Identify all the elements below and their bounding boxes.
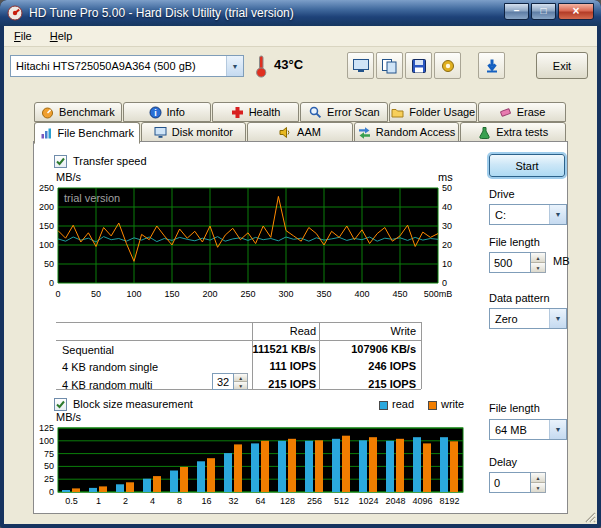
table-header-read: Read (254, 325, 316, 337)
erase-icon (499, 106, 512, 119)
chevron-down-icon: ▼ (549, 420, 566, 439)
tab-disk-monitor[interactable]: Disk monitor (141, 122, 247, 142)
drive-dropdown[interactable]: C: ▼ (489, 204, 567, 225)
spinner-up-icon[interactable]: ▲ (531, 253, 545, 263)
svg-text:2: 2 (123, 496, 128, 506)
svg-text:250: 250 (240, 289, 255, 299)
error-scan-icon (309, 106, 322, 119)
exit-button[interactable]: Exit (536, 52, 588, 79)
spinner-down-icon[interactable]: ▼ (531, 483, 545, 492)
svg-text:30: 30 (442, 221, 452, 231)
file-benchmark-panel: Transfer speed Start MB/s ms 05010015020… (33, 141, 568, 514)
folder-usage-icon (391, 106, 404, 119)
tab-folder-usage[interactable]: Folder Usage (389, 102, 477, 122)
file-length2-label: File length (489, 402, 540, 414)
tab-random-access[interactable]: Random Access (354, 122, 460, 142)
block-size-checkbox[interactable] (54, 398, 67, 411)
thread-count-value: 32 (212, 373, 234, 390)
tab-info[interactable]: i Info (123, 102, 211, 122)
svg-text:450: 450 (392, 289, 407, 299)
drive-dropdown-value: C: (490, 209, 549, 221)
tab-label: Extra tests (496, 126, 548, 138)
delay-value: 0 (489, 472, 531, 493)
file-length-value: 500 (489, 252, 531, 273)
tab-extra-tests[interactable]: Extra tests (460, 122, 566, 142)
window-body: File Help Hitachi HTS725050A9A364 (500 g… (4, 26, 597, 524)
file-length2-value: 64 MB (490, 424, 549, 436)
save-button[interactable] (405, 52, 432, 79)
menu-help[interactable]: Help (50, 30, 73, 42)
checkmark-icon (55, 399, 66, 410)
delay-label: Delay (489, 456, 517, 468)
settings-button[interactable] (434, 52, 461, 79)
chevron-down-icon: ▼ (549, 205, 566, 224)
minimize-button[interactable] (504, 3, 529, 20)
svg-text:350: 350 (316, 289, 331, 299)
tab-row-1: Benchmark i Info Health (34, 102, 567, 122)
svg-text:100: 100 (126, 289, 141, 299)
title-bar[interactable]: HD Tune Pro 5.00 - Hard Disk Utility (tr… (0, 0, 601, 26)
delay-spinner[interactable]: 0 ▲ ▼ (489, 472, 546, 493)
trial-watermark: trial version (64, 192, 120, 204)
file-length-spinner[interactable]: 500 ▲ ▼ (489, 252, 546, 273)
screenshot-button[interactable] (347, 52, 374, 79)
svg-text:0: 0 (49, 278, 54, 288)
random-access-icon (358, 126, 371, 139)
table-row-label: 4 KB random single (62, 361, 158, 373)
spinner-up-icon[interactable]: ▲ (531, 473, 545, 483)
file-benchmark-icon (40, 127, 53, 140)
window-title: HD Tune Pro 5.00 - Hard Disk Utility (tr… (29, 6, 294, 20)
resize-grip[interactable] (583, 510, 596, 523)
start-button[interactable]: Start (489, 154, 565, 177)
app-window: HD Tune Pro 5.00 - Hard Disk Utility (tr… (0, 0, 601, 528)
svg-text:2048: 2048 (385, 496, 405, 506)
table-cell-read: 111 IOPS (232, 360, 316, 372)
save-icon (411, 58, 427, 74)
drive-select-dropdown[interactable]: Hitachi HTS725050A9A364 (500 gB) ▼ (10, 55, 244, 77)
svg-text:50: 50 (442, 184, 452, 193)
health-icon (231, 106, 244, 119)
spinner-down-icon[interactable]: ▼ (531, 263, 545, 272)
read-legend-swatch (379, 401, 388, 410)
aam-speaker-icon (279, 126, 292, 139)
copy-button[interactable] (376, 52, 403, 79)
svg-text:8192: 8192 (439, 496, 459, 506)
tab-error-scan[interactable]: Error Scan (300, 102, 388, 122)
drive-label: Drive (489, 188, 515, 200)
data-pattern-value: Zero (490, 313, 549, 325)
tab-benchmark[interactable]: Benchmark (34, 102, 122, 122)
update-download-button[interactable] (478, 52, 505, 79)
data-pattern-dropdown[interactable]: Zero ▼ (489, 308, 567, 329)
block-size-label: Block size measurement (73, 398, 193, 410)
svg-text:32: 32 (228, 496, 238, 506)
svg-text:0: 0 (442, 278, 447, 288)
tab-erase[interactable]: Erase (478, 102, 566, 122)
table-cell-read: 111521 KB/s (232, 343, 316, 355)
block-size-chart: 02550751001250.5124816326412825651210242… (34, 424, 466, 510)
table-border (319, 322, 320, 389)
svg-text:300: 300 (278, 289, 293, 299)
file-length-unit: MB (553, 255, 570, 267)
download-icon (484, 58, 500, 74)
left-axis-title: MB/s (56, 171, 81, 183)
menu-file[interactable]: File (14, 30, 32, 42)
maximize-button[interactable] (531, 3, 556, 20)
tab-aam[interactable]: AAM (247, 122, 353, 142)
svg-text:20: 20 (442, 240, 452, 250)
svg-text:50: 50 (91, 289, 101, 299)
read-legend-label: read (392, 398, 414, 410)
window-controls (504, 3, 594, 20)
tab-health[interactable]: Health (212, 102, 300, 122)
svg-text:75: 75 (44, 449, 54, 459)
close-button[interactable] (558, 3, 594, 20)
svg-text:1: 1 (96, 496, 101, 506)
table-border (421, 322, 422, 389)
transfer-speed-checkbox[interactable] (54, 155, 67, 168)
svg-text:200: 200 (39, 202, 54, 212)
file-length2-dropdown[interactable]: 64 MB ▼ (489, 419, 567, 440)
drive-select-value: Hitachi HTS725050A9A364 (500 gB) (11, 60, 226, 72)
svg-text:64: 64 (255, 496, 265, 506)
tab-file-benchmark[interactable]: File Benchmark (34, 122, 140, 144)
svg-text:100: 100 (39, 240, 54, 250)
table-row-label: 4 KB random multi (62, 379, 152, 391)
